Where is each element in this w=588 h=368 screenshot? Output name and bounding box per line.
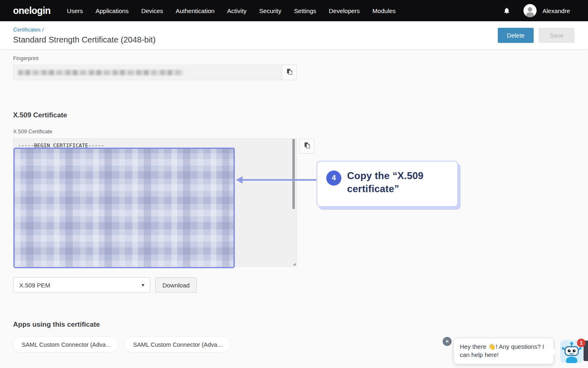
chat-unread-badge: 1 (577, 339, 586, 347)
step-number-badge: 4 (326, 171, 341, 186)
delete-button[interactable]: Delete (498, 28, 534, 43)
nav-item-activity[interactable]: Activity (227, 7, 247, 14)
annotation-callout: 4 Copy the “X.509 certificate” (316, 161, 458, 207)
copy-icon (285, 68, 293, 77)
copy-icon (303, 141, 311, 151)
page: onelogin Users Applications Devices Auth… (0, 0, 588, 368)
download-button[interactable]: Download (155, 277, 197, 293)
chat-bubble-tail (553, 348, 557, 355)
chevron-down-icon: ▾ (142, 282, 144, 288)
apps-section-title: Apps using this certificate (13, 321, 100, 329)
fingerprint-label: Fingerprint (13, 55, 38, 61)
chat-close-icon[interactable]: ✕ (443, 337, 452, 346)
format-selected-value: X.509 PEM (19, 282, 50, 289)
main-nav: Users Applications Devices Authenticatio… (67, 7, 396, 14)
nav-item-security[interactable]: Security (259, 7, 281, 14)
nav-item-applications[interactable]: Applications (96, 7, 129, 14)
certificate-format-select[interactable]: X.509 PEM ▾ (13, 277, 150, 293)
annotation-text: Copy the “X.509 certificate” (347, 169, 449, 195)
app-pill[interactable]: SAML Custom Connector (Adva… (125, 337, 230, 352)
nav-item-settings[interactable]: Settings (294, 7, 316, 14)
certificate-field-label: X.509 Certificate (13, 128, 52, 135)
nav-item-users[interactable]: Users (67, 7, 83, 14)
top-navbar: onelogin Users Applications Devices Auth… (0, 0, 588, 21)
page-title: Standard Strength Certificate (2048-bit) (13, 35, 156, 45)
onelogin-logo[interactable]: onelogin (13, 5, 51, 16)
nav-item-devices[interactable]: Devices (141, 7, 163, 14)
chat-message-text: Hey there 👋! Any questions? I can help h… (460, 343, 544, 358)
chat-message-bubble[interactable]: Hey there 👋! Any questions? I can help h… (454, 339, 553, 364)
certificate-section-title: X.509 Certificate (13, 111, 67, 119)
notifications-bell-icon[interactable] (503, 7, 510, 15)
user-name[interactable]: Alexandre (542, 7, 570, 14)
app-pill[interactable]: SAML Custom Connector (Adva… (13, 337, 118, 352)
textarea-resize-handle[interactable] (293, 263, 296, 265)
nav-item-developers[interactable]: Developers (329, 7, 360, 14)
save-button[interactable]: Save (539, 28, 575, 43)
annotation-arrowhead-icon (236, 176, 243, 184)
fingerprint-copy-button[interactable] (282, 65, 297, 80)
certificate-copy-button[interactable] (299, 139, 314, 154)
user-avatar[interactable] (523, 4, 537, 17)
page-header: Certificates / Standard Strength Certifi… (0, 21, 588, 49)
certificate-selection-highlight (13, 148, 235, 268)
fingerprint-redacted-value (18, 70, 183, 75)
nav-item-authentication[interactable]: Authentication (176, 7, 214, 14)
fingerprint-field[interactable] (13, 65, 282, 80)
navbar-right: Alexandre (503, 4, 588, 17)
nav-item-modules[interactable]: Modules (372, 7, 396, 14)
certificate-scrollbar[interactable] (292, 139, 295, 209)
annotation-arrow (242, 179, 317, 181)
breadcrumb[interactable]: Certificates / (13, 27, 44, 33)
